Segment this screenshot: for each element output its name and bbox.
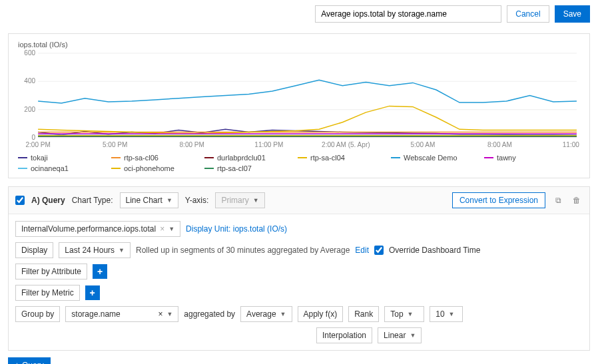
- chevron-down-icon: ▼: [119, 247, 125, 254]
- legend-label: oci-phonehome: [124, 164, 174, 172]
- edit-rollup-link[interactable]: Edit: [355, 246, 369, 255]
- interpolation-value: Linear: [384, 331, 406, 340]
- override-label: Override Dashboard Time: [389, 246, 480, 255]
- save-button[interactable]: Save: [555, 5, 590, 23]
- yaxis-value: Primary: [221, 196, 248, 205]
- chart-type-value: Line Chart: [126, 196, 162, 205]
- svg-text:200: 200: [24, 106, 35, 113]
- legend-label: rtp-sa-cl06: [124, 154, 158, 162]
- legend-label: Webscale Demo: [404, 154, 457, 162]
- add-metric-filter-button[interactable]: +: [85, 285, 100, 300]
- chart-type-select[interactable]: Line Chart ▼: [120, 192, 178, 208]
- legend-label: tokaji: [31, 154, 48, 162]
- add-attribute-filter-button[interactable]: +: [93, 264, 107, 279]
- cancel-button[interactable]: Cancel: [507, 5, 549, 23]
- legend-label: rtp-sa-cl07: [217, 164, 252, 172]
- legend-label: rtp-sa-cl04: [310, 154, 345, 162]
- rank-label: Rank: [348, 306, 379, 322]
- apply-fx-button[interactable]: Apply f(x): [298, 306, 344, 322]
- svg-text:5:00 AM: 5:00 AM: [410, 141, 435, 148]
- trash-icon[interactable]: 🗑: [571, 194, 583, 206]
- timerange-value: Last 24 Hours: [65, 246, 115, 255]
- rank-direction-value: Top: [390, 309, 403, 319]
- rank-count-value: 10: [436, 309, 444, 319]
- group-by-label: Group by: [15, 306, 60, 322]
- chevron-down-icon: ▼: [408, 311, 414, 317]
- legend-label: ocinaneqa1: [31, 164, 69, 172]
- group-by-select[interactable]: storage.name × ▼: [65, 306, 178, 322]
- timerange-select[interactable]: Last 24 Hours ▼: [59, 242, 131, 258]
- legend-item[interactable]: Webscale Demo: [391, 154, 457, 162]
- svg-text:400: 400: [24, 77, 35, 85]
- group-by-value: storage.name: [71, 309, 154, 319]
- chart-type-label: Chart Type:: [72, 196, 113, 205]
- y-axis-label: iops.total (IO/s): [18, 41, 580, 49]
- duplicate-icon[interactable]: ⧉: [552, 194, 564, 206]
- query-panel: A) Query Chart Type: Line Chart ▼ Y-axis…: [8, 186, 590, 351]
- legend-swatch: [204, 157, 214, 158]
- chart-plot-area: 02004006002:00 PM5:00 PM8:00 PM11:00 PM2…: [18, 50, 580, 150]
- close-icon[interactable]: ×: [160, 224, 164, 234]
- legend-label: durlabprdclu01: [217, 154, 266, 162]
- chevron-down-icon: ▼: [449, 311, 455, 317]
- chevron-down-icon: ▼: [410, 332, 416, 339]
- add-query-label: Query: [22, 361, 44, 364]
- legend-swatch: [204, 168, 214, 169]
- legend-swatch: [391, 157, 400, 158]
- rollup-text: Rolled up in segments of 30 minutes aggr…: [136, 246, 350, 255]
- query-label: A) Query: [31, 196, 65, 205]
- legend-swatch: [18, 157, 27, 158]
- legend-swatch: [18, 168, 27, 169]
- svg-text:5:00 PM: 5:00 PM: [103, 141, 127, 148]
- svg-text:0: 0: [32, 134, 36, 141]
- svg-text:600: 600: [24, 50, 35, 57]
- svg-text:11:00 PM: 11:00 PM: [254, 141, 283, 148]
- legend-item[interactable]: rtp-sa-cl06: [111, 154, 178, 162]
- legend-item[interactable]: ocinaneqa1: [18, 164, 85, 172]
- aggregation-select[interactable]: Average ▼: [240, 306, 292, 322]
- chevron-down-icon: ▼: [166, 311, 172, 317]
- plus-icon: +: [15, 361, 19, 364]
- metric-select[interactable]: InternalVolume.performance.iops.total × …: [15, 221, 180, 237]
- filter-by-attribute-button[interactable]: Filter by Attribute: [15, 264, 87, 279]
- legend-label: tawny: [497, 154, 516, 162]
- legend-item[interactable]: durlabprdclu01: [204, 154, 271, 162]
- close-icon[interactable]: ×: [158, 309, 162, 319]
- aggregated-by-label: aggregated by: [184, 309, 235, 319]
- legend-item[interactable]: oci-phonehome: [111, 164, 178, 172]
- chevron-down-icon: ▼: [253, 197, 259, 204]
- add-query-button[interactable]: + Query: [8, 357, 51, 364]
- display-label: Display: [15, 242, 53, 258]
- interpolation-select[interactable]: Linear ▼: [378, 327, 422, 343]
- query-enable-checkbox[interactable]: [15, 196, 25, 205]
- legend-swatch: [111, 168, 121, 169]
- legend-swatch: [484, 157, 493, 158]
- yaxis-label: Y-axis:: [185, 196, 209, 205]
- svg-text:2:00 AM (5. Apr): 2:00 AM (5. Apr): [322, 141, 370, 148]
- svg-text:11:00 AM: 11:00 AM: [563, 141, 580, 148]
- interpolation-label: Interpolation: [316, 327, 372, 343]
- display-unit-link[interactable]: Display Unit: iops.total (IO/s): [186, 224, 287, 234]
- metric-value: InternalVolume.performance.iops.total: [21, 224, 156, 234]
- filter-by-metric-button[interactable]: Filter by Metric: [15, 285, 80, 301]
- chevron-down-icon: ▼: [168, 226, 174, 232]
- svg-text:8:00 AM: 8:00 AM: [487, 141, 512, 148]
- chevron-down-icon: ▼: [166, 197, 172, 204]
- legend-item[interactable]: tokaji: [18, 154, 85, 162]
- override-dashboard-time-checkbox[interactable]: [374, 246, 384, 255]
- yaxis-select[interactable]: Primary ▼: [215, 192, 264, 208]
- legend-item[interactable]: tawny: [484, 154, 551, 162]
- svg-text:8:00 PM: 8:00 PM: [180, 141, 204, 148]
- widget-title-input[interactable]: [315, 5, 501, 23]
- convert-to-expression-button[interactable]: Convert to Expression: [452, 192, 545, 208]
- legend-item[interactable]: rtp-sa-cl07: [204, 164, 271, 172]
- chart-legend: tokajirtp-sa-cl06durlabprdclu01rtp-sa-cl…: [18, 150, 580, 174]
- rank-direction-select[interactable]: Top ▼: [384, 306, 424, 322]
- aggregation-value: Average: [246, 309, 276, 319]
- legend-swatch: [298, 157, 307, 158]
- legend-item[interactable]: rtp-sa-cl04: [298, 154, 364, 162]
- chart-panel: iops.total (IO/s) 02004006002:00 PM5:00 …: [8, 33, 590, 178]
- chevron-down-icon: ▼: [280, 311, 286, 317]
- legend-swatch: [111, 157, 121, 158]
- rank-count-select[interactable]: 10 ▼: [430, 306, 463, 322]
